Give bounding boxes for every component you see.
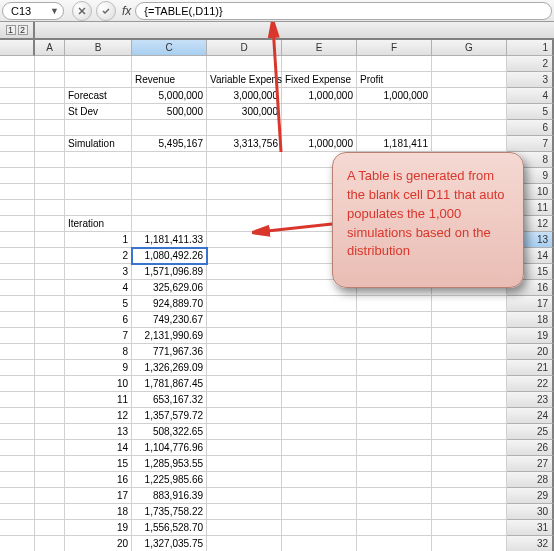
cell[interactable]	[432, 456, 507, 472]
cell[interactable]: 924,889.70	[132, 296, 207, 312]
row-header[interactable]: 4	[507, 88, 554, 104]
cell[interactable]	[207, 200, 282, 216]
cell[interactable]	[282, 520, 357, 536]
cell[interactable]	[207, 280, 282, 296]
cell[interactable]	[282, 408, 357, 424]
cell[interactable]: 1,000,000	[357, 88, 432, 104]
cell[interactable]	[0, 136, 35, 152]
cell[interactable]	[132, 184, 207, 200]
cell[interactable]	[282, 56, 357, 72]
cell[interactable]: 6	[65, 312, 132, 328]
row-header[interactable]: 18	[507, 312, 554, 328]
cell[interactable]	[207, 184, 282, 200]
cell[interactable]	[0, 184, 35, 200]
cell[interactable]	[0, 504, 35, 520]
cell[interactable]	[35, 360, 65, 376]
cell[interactable]	[432, 56, 507, 72]
cell[interactable]	[0, 392, 35, 408]
cell[interactable]	[207, 536, 282, 551]
cell[interactable]	[0, 488, 35, 504]
row-header[interactable]: 24	[507, 408, 554, 424]
row-header[interactable]: 31	[507, 520, 554, 536]
row-header[interactable]: 29	[507, 488, 554, 504]
cell[interactable]	[357, 504, 432, 520]
cell[interactable]	[207, 248, 282, 264]
cell[interactable]	[0, 360, 35, 376]
cell[interactable]	[357, 424, 432, 440]
cell[interactable]	[35, 296, 65, 312]
row-header[interactable]: 28	[507, 472, 554, 488]
cell[interactable]	[0, 520, 35, 536]
cell[interactable]	[432, 536, 507, 551]
cell[interactable]	[432, 424, 507, 440]
cell[interactable]	[65, 152, 132, 168]
cell[interactable]: 17	[65, 488, 132, 504]
cell[interactable]: 1,556,528.70	[132, 520, 207, 536]
cell[interactable]	[432, 520, 507, 536]
cancel-button[interactable]	[72, 1, 92, 21]
cell[interactable]	[357, 328, 432, 344]
cell[interactable]: St Dev	[65, 104, 132, 120]
cell[interactable]	[282, 456, 357, 472]
cell[interactable]	[207, 264, 282, 280]
cell[interactable]	[35, 264, 65, 280]
cell[interactable]: 4	[65, 280, 132, 296]
cell[interactable]	[432, 312, 507, 328]
cell[interactable]	[65, 56, 132, 72]
cell[interactable]	[357, 536, 432, 551]
cell[interactable]	[35, 376, 65, 392]
cell[interactable]: Fixed Expense	[282, 72, 357, 88]
cell[interactable]	[0, 440, 35, 456]
cell[interactable]	[432, 328, 507, 344]
row-header[interactable]: 6	[507, 120, 554, 136]
cell[interactable]	[35, 344, 65, 360]
cell[interactable]	[432, 104, 507, 120]
cell[interactable]	[357, 488, 432, 504]
row-header[interactable]: 21	[507, 360, 554, 376]
cell[interactable]	[432, 296, 507, 312]
cell[interactable]	[432, 120, 507, 136]
cell[interactable]: 20	[65, 536, 132, 551]
cell[interactable]	[282, 536, 357, 551]
cell[interactable]	[432, 408, 507, 424]
select-all-corner[interactable]	[0, 40, 35, 56]
cell[interactable]	[35, 328, 65, 344]
cell[interactable]	[132, 216, 207, 232]
cell[interactable]	[35, 184, 65, 200]
cell[interactable]	[432, 440, 507, 456]
cell[interactable]: 749,230.67	[132, 312, 207, 328]
cell[interactable]	[35, 88, 65, 104]
row-header[interactable]: 5	[507, 104, 554, 120]
cell[interactable]: 1,225,985.66	[132, 472, 207, 488]
cell[interactable]	[35, 248, 65, 264]
cell[interactable]	[0, 168, 35, 184]
cell[interactable]: 1,327,035.75	[132, 536, 207, 551]
cell[interactable]	[0, 232, 35, 248]
cell[interactable]	[0, 280, 35, 296]
cell[interactable]	[282, 472, 357, 488]
cell[interactable]	[432, 88, 507, 104]
cell[interactable]: 5,000,000	[132, 88, 207, 104]
cell[interactable]	[132, 168, 207, 184]
cell[interactable]	[207, 344, 282, 360]
cell[interactable]	[35, 504, 65, 520]
cell[interactable]	[357, 56, 432, 72]
cell[interactable]	[432, 72, 507, 88]
cell[interactable]	[207, 440, 282, 456]
cell[interactable]	[132, 56, 207, 72]
cell[interactable]	[0, 472, 35, 488]
row-header[interactable]: 30	[507, 504, 554, 520]
cell[interactable]	[35, 312, 65, 328]
cell[interactable]	[132, 152, 207, 168]
cell[interactable]	[35, 520, 65, 536]
col-header-G[interactable]: G	[432, 40, 507, 56]
cell[interactable]	[0, 328, 35, 344]
cell[interactable]	[35, 472, 65, 488]
row-header[interactable]: 19	[507, 328, 554, 344]
cell[interactable]	[207, 168, 282, 184]
cell[interactable]	[0, 536, 35, 551]
row-header[interactable]: 22	[507, 376, 554, 392]
cell[interactable]: Iteration	[65, 216, 132, 232]
cell[interactable]	[357, 296, 432, 312]
cell[interactable]	[357, 408, 432, 424]
